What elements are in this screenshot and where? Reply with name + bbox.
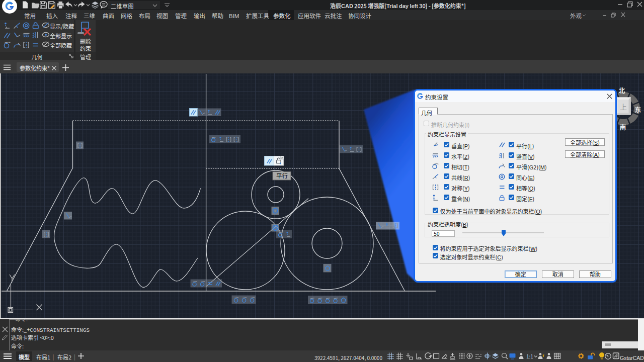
svg-text:1:1: 1:1 xyxy=(526,352,533,360)
svg-text:北: 北 xyxy=(619,85,625,95)
svg-text:东: 东 xyxy=(635,105,641,114)
svg-text:上: 上 xyxy=(620,102,627,112)
svg-text:平行: 平行 xyxy=(276,171,288,179)
svg-text:南: 南 xyxy=(620,122,626,132)
